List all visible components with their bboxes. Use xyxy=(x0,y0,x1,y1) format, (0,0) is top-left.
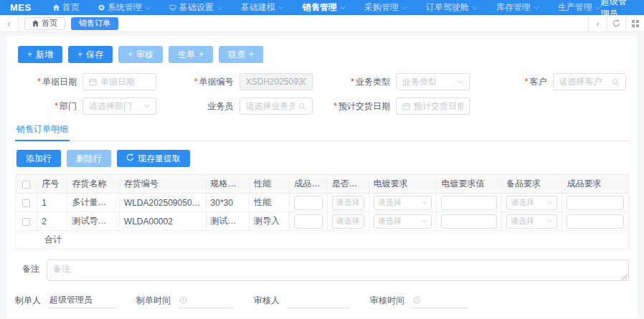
remark-textarea[interactable] xyxy=(47,260,628,280)
col-plating: 电镀要求 xyxy=(369,175,437,194)
save-button[interactable]: + 保存 xyxy=(68,46,113,63)
top-navbar: MES 首页 系统管理 基础设置 基础建模 销售管理 采购管理 订单 xyxy=(0,0,644,15)
add-button[interactable]: + 新增 xyxy=(18,46,62,63)
plus-icon: + xyxy=(77,49,82,59)
remark-field: 备注 xyxy=(15,260,629,281)
nav-item-basic-modeling[interactable]: 基础建模 xyxy=(241,1,284,14)
required-mark: * xyxy=(37,77,41,87)
col-seq: 序号 xyxy=(37,175,67,194)
tab-home[interactable]: 首页 xyxy=(24,17,65,30)
tabs-scroll-right-icon[interactable]: › xyxy=(588,15,607,32)
generate-doc-button[interactable]: 生单 + xyxy=(169,46,213,63)
plus-icon: + xyxy=(128,49,133,59)
creator-field: 制单人 xyxy=(15,292,116,308)
finished-req-input[interactable] xyxy=(567,196,624,210)
link-query-button[interactable]: 联查 + xyxy=(219,46,263,63)
required-mark: * xyxy=(55,101,58,111)
plating-value-input[interactable] xyxy=(441,214,497,229)
nav-item-purchase[interactable]: 采购管理 xyxy=(364,1,407,14)
creator-input xyxy=(49,295,115,305)
field-salesman: 业务员 xyxy=(172,97,313,115)
toolbar: + 新增 + 保存 + 审核 生单 + 联查 + xyxy=(18,46,629,63)
field-delivery-date: *预计交货日期 xyxy=(328,97,470,115)
search-icon[interactable] xyxy=(612,78,620,86)
audit-button[interactable]: + 审核 xyxy=(118,46,163,63)
field-department: *部门 请选择部门 xyxy=(15,97,156,115)
spare-req-select[interactable]: 请选择 xyxy=(506,196,557,210)
create-time-field: 制单时间 xyxy=(136,292,234,308)
nav-item-sales[interactable]: 销售管理 xyxy=(303,1,346,14)
row-checkbox[interactable] xyxy=(22,218,30,226)
refresh-icon[interactable] xyxy=(607,15,625,32)
table-header-row: 序号 存货名称 存货编号 规格型号 性能 成品公差 是否充磁 电镀要求 电镀要求… xyxy=(16,175,629,194)
calendar-icon xyxy=(402,103,410,110)
magnetized-select[interactable]: 请选择 xyxy=(332,214,364,229)
doc-no-input xyxy=(240,73,313,90)
plating-value-input[interactable] xyxy=(441,196,497,210)
nav-item-home[interactable]: 首页 xyxy=(53,1,80,14)
plating-select[interactable]: 请选择 xyxy=(374,214,432,229)
col-tolerance: 成品公差 xyxy=(290,175,327,194)
nav-item-system[interactable]: 系统管理 xyxy=(98,1,151,14)
table-row: 2 测试导入物... WLDA00002 测试导入规格 测导入 请选择 请选择 … xyxy=(16,212,629,231)
doc-date-input[interactable] xyxy=(82,73,156,90)
auditor-input xyxy=(288,295,349,305)
grid-menu-icon[interactable] xyxy=(625,15,644,32)
nav-item-basic-settings[interactable]: 基础设置 xyxy=(169,1,222,14)
stock-fetch-button[interactable]: 现存量提取 xyxy=(117,150,190,167)
home-icon xyxy=(32,19,39,28)
required-mark: * xyxy=(525,77,529,87)
clock-icon xyxy=(413,296,421,304)
search-icon[interactable] xyxy=(298,103,306,110)
order-form: *单据日期 *单据编号 *业务类型 业务类型 *客户 xyxy=(15,73,626,115)
detail-table: 序号 存货名称 存货编号 规格型号 性能 成品公差 是否充磁 电镀要求 电镀要求… xyxy=(15,174,629,231)
audit-time-field: 审核时间 xyxy=(370,292,468,308)
monitor-icon xyxy=(169,4,176,11)
home-icon xyxy=(53,4,60,11)
finished-req-input[interactable] xyxy=(567,214,624,229)
customer-input[interactable] xyxy=(553,73,627,90)
tolerance-input[interactable] xyxy=(294,196,322,210)
field-biz-type: *业务类型 业务类型 xyxy=(328,73,470,90)
col-performance: 性能 xyxy=(249,175,289,194)
col-spare-req: 备品要求 xyxy=(501,175,562,194)
resize-handle[interactable] xyxy=(622,274,628,280)
add-row-button[interactable]: 添加行 xyxy=(16,150,61,167)
department-select[interactable]: 请选择部门 xyxy=(82,97,156,115)
chevron-down-icon xyxy=(340,5,346,11)
chevron-down-icon xyxy=(422,219,427,223)
chevron-down-icon xyxy=(595,5,601,11)
remark-label: 备注 xyxy=(15,260,39,281)
nav-item-production[interactable]: 生产管理 xyxy=(558,1,601,14)
spare-req-select[interactable]: 请选择 xyxy=(506,214,557,229)
nav-item-order-cockpit[interactable]: 订单驾驶舱 xyxy=(426,1,478,14)
magnetized-select[interactable]: 请选择 xyxy=(332,196,364,210)
chevron-down-icon xyxy=(547,201,553,204)
detail-toolbar: 添加行 删除行 现存量提取 xyxy=(16,150,629,167)
row-checkbox[interactable] xyxy=(22,199,30,207)
sales-order-card: + 新增 + 保存 + 审核 生单 + 联查 + *单据日期 xyxy=(6,36,638,318)
tab-sales-order[interactable]: 销售订单 xyxy=(71,17,118,30)
field-doc-no: *单据编号 xyxy=(172,73,313,90)
salesman-input[interactable] xyxy=(240,97,313,115)
plating-select[interactable]: 请选择 xyxy=(374,196,432,210)
delivery-date-input[interactable] xyxy=(396,97,470,115)
gear-icon xyxy=(98,4,105,11)
tab-bar: ‹ 首页 销售订单 › xyxy=(0,15,644,32)
create-time-input xyxy=(190,295,232,305)
col-item-name: 存货名称 xyxy=(67,175,119,194)
biz-type-select[interactable]: 业务类型 xyxy=(396,73,470,90)
detail-section-title[interactable]: 销售订单明细 xyxy=(15,122,70,141)
chevron-down-icon xyxy=(217,5,222,11)
app-logo: MES xyxy=(10,2,32,13)
select-all-checkbox[interactable] xyxy=(22,181,30,189)
tabs-scroll-left-icon[interactable]: ‹ xyxy=(0,15,19,32)
field-customer: *客户 xyxy=(486,73,627,90)
plus-icon: + xyxy=(199,49,204,59)
tolerance-input[interactable] xyxy=(294,214,322,229)
chevron-down-icon xyxy=(145,5,151,11)
chevron-down-icon xyxy=(278,5,284,11)
nav-item-inventory[interactable]: 库存管理 xyxy=(496,1,539,14)
delete-row-button[interactable]: 删除行 xyxy=(67,150,111,167)
required-mark: * xyxy=(351,77,354,87)
